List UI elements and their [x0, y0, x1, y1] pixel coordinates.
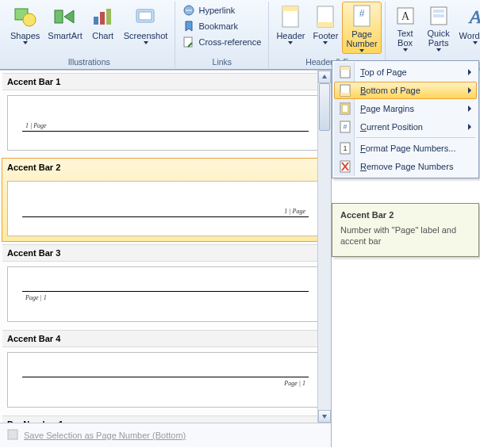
crossref-label: Cross-reference: [198, 37, 261, 47]
chevron-down-icon: [359, 49, 364, 52]
page-number-icon: #: [349, 4, 374, 28]
menu-remove-page-numbers[interactable]: Remove Page Numbers: [334, 158, 477, 175]
shapes-button[interactable]: Shapes: [6, 2, 44, 54]
svg-marker-23: [322, 75, 327, 78]
gallery-preview: Page | 1: [7, 266, 324, 322]
submenu-arrow-icon: [468, 69, 471, 75]
scroll-thumb[interactable]: [319, 83, 330, 131]
svg-marker-24: [322, 415, 327, 419]
menu-label: Remove Page Numbers: [360, 162, 453, 171]
svg-rect-8: [139, 12, 152, 20]
preview-text: 1 | Page: [25, 122, 47, 129]
header-icon: [278, 4, 303, 29]
svg-rect-29: [340, 93, 350, 96]
footer-button[interactable]: Footer: [309, 2, 342, 54]
chevron-down-icon: [323, 41, 328, 44]
svg-rect-4: [94, 17, 98, 25]
hyperlink-label: Hyperlink: [198, 6, 235, 15]
textbox-label: Text Box: [397, 29, 413, 48]
quickparts-button[interactable]: Quick Parts: [422, 2, 455, 54]
bookmark-label: Bookmark: [198, 21, 238, 31]
scroll-up-button[interactable]: [318, 71, 331, 83]
svg-text:A: A: [467, 6, 480, 27]
gallery-preview: 1 | Page: [7, 95, 324, 151]
menu-top-of-page[interactable]: Top of Page: [334, 63, 477, 81]
menu-label: Current Position: [360, 122, 423, 132]
page-margins-icon: [338, 101, 352, 116]
wordart-button[interactable]: A WordArt: [455, 2, 480, 54]
textbox-icon: A: [393, 4, 418, 27]
menu-page-margins[interactable]: Page Margins: [334, 100, 477, 117]
footer-label: Footer: [313, 31, 339, 40]
svg-text:#: #: [359, 8, 365, 19]
top-of-page-icon: [338, 65, 352, 79]
current-position-icon: #: [338, 120, 352, 134]
gallery-item-title: Accent Bar 1: [2, 73, 328, 90]
menu-bottom-of-page[interactable]: Bottom of Page: [334, 82, 477, 99]
svg-rect-2: [55, 10, 63, 23]
crossref-button[interactable]: Cross-reference: [179, 35, 264, 49]
menu-separator: [356, 137, 475, 138]
quickparts-label: Quick Parts: [428, 29, 450, 48]
gallery-item[interactable]: Accent Bar 1 1 | Page: [2, 72, 329, 156]
group-label-illustrations: Illustrations: [68, 57, 110, 68]
svg-rect-14: [317, 22, 333, 27]
svg-text:A: A: [401, 10, 410, 22]
save-selection-label: Save Selection as Page Number (Bottom): [24, 431, 186, 440]
scroll-down-button[interactable]: [318, 410, 331, 423]
screenshot-label: Screenshot: [124, 31, 168, 40]
smartart-button[interactable]: SmartArt: [44, 2, 86, 54]
menu-label: Bottom of Page: [360, 86, 420, 95]
header-button[interactable]: Header: [272, 2, 309, 54]
svg-text:#: #: [343, 123, 347, 131]
screenshot-icon: [133, 4, 159, 29]
chevron-down-icon: [473, 41, 478, 44]
chevron-down-icon: [144, 41, 148, 44]
gallery-item[interactable]: Accent Bar 3 Page | 1: [2, 243, 329, 327]
gallery-scrollbar[interactable]: [317, 71, 331, 423]
bookmark-button[interactable]: Bookmark: [179, 19, 264, 33]
tooltip-title: Accent Bar 2: [340, 210, 470, 220]
gallery-item-title: Accent Bar 2: [2, 159, 328, 176]
crossref-icon: [182, 36, 195, 48]
submenu-arrow-icon: [468, 124, 471, 130]
format-page-numbers-icon: 1: [338, 141, 352, 155]
svg-rect-10: [184, 37, 192, 47]
header-label: Header: [276, 31, 305, 40]
chevron-down-icon: [436, 48, 441, 52]
menu-format-page-numbers[interactable]: 1 Format Page Numbers...: [334, 140, 477, 157]
bookmark-icon: [182, 20, 195, 33]
textbox-button[interactable]: A Text Box: [389, 2, 422, 54]
gallery-preview: Page | 1: [7, 352, 324, 408]
svg-rect-12: [282, 6, 298, 11]
page-number-button[interactable]: # Page Number: [342, 2, 381, 54]
screenshot-button[interactable]: Screenshot: [120, 2, 172, 54]
gallery-item[interactable]: Accent Bar 2 1 | Page: [2, 158, 329, 242]
submenu-arrow-icon: [468, 105, 471, 112]
tooltip-body: Number with "Page" label and accent bar: [340, 224, 470, 247]
tooltip: Accent Bar 2 Number with "Page" label an…: [332, 203, 479, 257]
chart-button[interactable]: Chart: [86, 2, 120, 54]
ribbon-group-headerfooter: Header Footer # Page Number Header & F: [269, 2, 385, 68]
svg-rect-25: [8, 430, 17, 439]
gallery-item-title: Accent Bar 4: [2, 330, 328, 347]
chart-label: Chart: [92, 31, 113, 40]
ribbon-group-illustrations: Shapes SmartArt Chart Screenshot: [3, 2, 175, 68]
svg-rect-27: [340, 67, 350, 70]
svg-rect-5: [100, 12, 105, 25]
shapes-icon: [13, 4, 38, 29]
quickparts-icon: [426, 4, 451, 27]
shapes-label: Shapes: [10, 31, 40, 40]
group-label-links: Links: [213, 57, 232, 68]
gallery-item[interactable]: Pg. Number 1: [2, 415, 329, 423]
gallery-item-title: Accent Bar 3: [2, 244, 328, 262]
wordart-label: WordArt: [459, 31, 480, 40]
menu-current-position[interactable]: # Current Position: [334, 118, 477, 136]
bottom-of-page-icon: [338, 83, 352, 98]
smartart-icon: [52, 4, 78, 29]
menu-label: Format Page Numbers...: [360, 144, 455, 153]
hyperlink-button[interactable]: Hyperlink: [179, 3, 264, 17]
menu-label: Top of Page: [360, 67, 407, 77]
gallery-item[interactable]: Accent Bar 4 Page | 1: [2, 329, 329, 413]
save-selection-icon: [6, 428, 19, 442]
